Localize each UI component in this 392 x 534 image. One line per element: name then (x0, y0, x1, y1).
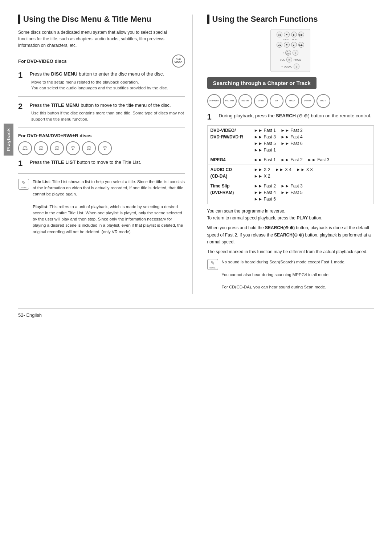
remote-btn-rew: ◀◀ (277, 42, 282, 48)
chapter-track-highlight: Searching through a Chapter or Track (207, 77, 317, 89)
dvd-video-label: For DVD-VIDEO discs DVDVIDEO (18, 54, 185, 68)
left-column: Using the Disc Menu & Title Menu Some di… (18, 15, 193, 294)
para3: The speed marked in this function may be… (207, 248, 374, 255)
right-column: Using the Search Functions ◀◀ ■ ▶ ▶▶ STO… (204, 15, 374, 294)
table-cell-value: ►► Fast 1 ►► Fast 2 ►► Fast 3 (251, 155, 374, 165)
step-3-number: 1 (18, 159, 26, 168)
table-cell-value: ►► Fast 1 ►► Fast 2 ►► Fast 3 ►► Fast 4 … (251, 126, 374, 155)
step-1-number: 1 (18, 70, 26, 91)
right-cd-icon: CD (270, 94, 283, 108)
remote-btn-pause: ■ (284, 42, 290, 48)
note-content-right: No sound is heard during Scan(Search) mo… (222, 259, 374, 290)
dvd-r-icon2: DVDR (98, 141, 112, 155)
step-3-main: Press the TITLE LIST button to move to t… (30, 159, 185, 166)
table-cell-label: MPEG4 (207, 155, 251, 165)
left-step-3: 1 Press the TITLE LIST button to move to… (18, 159, 185, 168)
step-2-number: 2 (18, 102, 26, 122)
remote-btn-next: ▶▶ (298, 32, 304, 37)
page-footer: 52- English (18, 308, 374, 318)
remote-btn-stop: ■ (284, 32, 290, 37)
table-cell-label: AUDIO CD(CD-DA) (207, 165, 251, 181)
dvd-rw-icon2: DVDRW (50, 141, 64, 155)
table-cell-label: DVD-VIDEO/DVD-RW/DVD-R (207, 126, 251, 155)
remote-btn-skip-fwd: ▶| (291, 42, 297, 48)
step-1-main: Press the DISC MENU button to enter the … (30, 70, 185, 78)
right-note: ✎ NOTE No sound is heard during Scan(Sea… (207, 259, 374, 290)
right-section-title: Using the Search Functions (207, 15, 374, 24)
step-2-content: Press the TITLE MENU button to move to t… (30, 102, 185, 122)
para2: When you press and hold the SEARCH(⊖ ⊕) … (207, 224, 374, 246)
step-1-sub2: You can select the audio languages and t… (30, 85, 185, 91)
right-dvd-ram-icon: DVD RAM (223, 94, 237, 108)
remote-btn-up: ∧ (293, 50, 298, 56)
disc-icons-row: DVDRAM DVDRW DVDRW DVDR DVDRW DVDR (18, 141, 185, 155)
para1: You can scan the programme in reverse. T… (207, 208, 374, 222)
remote-btn-down: ∨ (294, 64, 299, 69)
right-step-1-main: During playback, press the SEARCH (⊖ ⊕) … (219, 112, 374, 120)
left-note: ✎ NOTE Title List: Title List shows a li… (18, 179, 185, 235)
right-dvd-r-icon: DVD R (254, 94, 268, 108)
right-dvd-video-icon: DVD VIDEO (207, 94, 221, 108)
step-2-main: Press the TITLE MENU button to move to t… (30, 102, 185, 109)
note-icon-left: ✎ NOTE (18, 179, 29, 190)
remote-btn-x: ✕ (286, 57, 292, 62)
left-step-2: 2 Press the TITLE MENU button to move to… (18, 102, 185, 122)
right-step-1: 1 During playback, press the SEARCH (⊖ ⊕… (207, 112, 374, 122)
search-table: DVD-VIDEO/DVD-RW/DVD-R ►► Fast 1 ►► Fast… (207, 125, 374, 204)
table-row: MPEG4 ►► Fast 1 ►► Fast 2 ►► Fast 3 (207, 155, 374, 165)
note-content-left: Title List: Title List shows a list to h… (33, 179, 185, 235)
step-2-sub1: Use this button if the disc contains mor… (30, 110, 185, 122)
left-step-1: 1 Press the DISC MENU button to enter th… (18, 70, 185, 91)
note-icon-right: ✎ NOTE (207, 259, 218, 270)
left-intro: Some discs contain a dedicated menu syst… (18, 29, 185, 49)
table-cell-value: ►► X 2 ►► X 4 ►► X 8 ►► X 2 (251, 165, 374, 181)
step-1-content: Press the DISC MENU button to enter the … (30, 70, 185, 91)
table-row: AUDIO CD(CD-DA) ►► X 2 ►► X 4 ►► X 8 ►► … (207, 165, 374, 181)
remote-btn-tv-mute: TV MUTE (285, 50, 291, 56)
dvd-rw-icon1: DVDRW (34, 141, 48, 155)
step-3-content: Press the TITLE LIST button to move to t… (30, 159, 185, 168)
table-cell-label: Time Slip(DVD-RAM) (207, 181, 251, 204)
dvd-rw-icon3: DVDRW (82, 141, 96, 155)
dvd-ram-icon: DVDRAM (18, 141, 32, 155)
disc-icons-row-right: DVD VIDEO DVD RAM DVD RW DVD R CD MPEG4 … (207, 94, 374, 108)
remote-btn-prev: ◀◀ (277, 32, 282, 37)
dvd-video-icon: DVDVIDEO (172, 54, 185, 68)
right-dvd-rw-icon1: DVD RW (238, 94, 252, 108)
table-row: Time Slip(DVD-RAM) ►► Fast 2 ►► Fast 3 ►… (207, 181, 374, 204)
title-bar-icon (18, 15, 20, 24)
right-mpeg4-icon: MPEG4 (285, 94, 299, 108)
right-dvd-rw-icon2: DVD RW (301, 94, 315, 108)
left-section-title: Using the Disc Menu & Title Menu (18, 15, 185, 24)
dvd-r-icon1: DVDR (66, 141, 80, 155)
right-step-1-content: During playback, press the SEARCH (⊖ ⊕) … (219, 112, 374, 122)
right-step-1-number: 1 (207, 112, 215, 122)
right-dvd-r-icon2: DVD R (317, 94, 330, 108)
remote-btn-fwd: ▶▶ (298, 42, 304, 48)
title-bar-right-icon (207, 15, 209, 24)
dvd-ram-label: For DVD-RAM/DVD±RW/±R discs (18, 133, 185, 138)
table-row: DVD-VIDEO/DVD-RW/DVD-R ►► Fast 1 ►► Fast… (207, 126, 374, 155)
table-cell-value: ►► Fast 2 ►► Fast 3 ►► Fast 4 ►► Fast 5 … (251, 181, 374, 204)
remote-btn-play: ▶ (291, 32, 297, 37)
remote-diagram: ◀◀ ■ ▶ ▶▶ STOP PLAY ◀◀ ■ ▶| ▶▶ + T (207, 29, 374, 72)
playback-sidebar-tab: Playback (4, 124, 13, 155)
step-1-sub1: Move to the setup menu related to the pl… (30, 79, 185, 85)
